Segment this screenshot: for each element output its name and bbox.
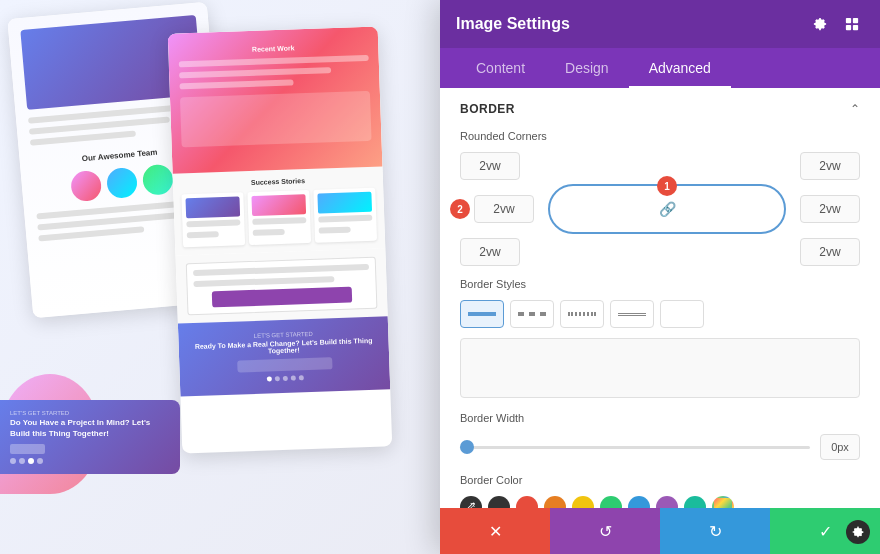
border-section-header[interactable]: Border ⌃	[440, 88, 880, 130]
border-color-container: Border Color	[460, 474, 860, 508]
cancel-button[interactable]: ✕	[440, 508, 550, 554]
settings-icon-btn[interactable]	[808, 12, 832, 36]
corner-middle-row: 2 1 🔗	[460, 184, 860, 234]
tab-design[interactable]: Design	[545, 48, 629, 88]
panel-header-icons	[808, 12, 864, 36]
corner-top-right-input[interactable]: 2vw	[800, 152, 860, 180]
tab-advanced[interactable]: Advanced	[629, 48, 731, 88]
svg-rect-3	[853, 25, 858, 30]
border-styles-label: Border Styles	[460, 278, 860, 290]
corner-bottom-right-input[interactable]: 2vw	[800, 238, 860, 266]
border-section: Border ⌃ Rounded Corners 2vw 2vw	[440, 88, 880, 508]
corner-inputs-container: 2vw 2vw 2 1	[460, 152, 860, 266]
svg-rect-0	[846, 18, 851, 23]
tab-content[interactable]: Content	[456, 48, 545, 88]
corner-right-input[interactable]	[800, 195, 860, 223]
panel-tabs: Content Design Advanced	[440, 48, 880, 88]
panel-title: Image Settings	[456, 15, 570, 33]
border-width-value[interactable]: 0px	[820, 434, 860, 460]
badge-2-container: 2	[460, 195, 534, 223]
corner-top-left-input[interactable]: 2vw	[460, 152, 520, 180]
color-purple[interactable]	[656, 496, 678, 508]
color-black[interactable]	[488, 496, 510, 508]
border-style-dashed[interactable]	[510, 300, 554, 328]
color-green[interactable]	[600, 496, 622, 508]
border-section-chevron[interactable]: ⌃	[850, 102, 860, 116]
border-width-row: 0px	[460, 434, 860, 460]
redo-button[interactable]: ↻	[660, 508, 770, 554]
link-icon[interactable]: 🔗	[659, 201, 676, 217]
border-section-title: Border	[460, 102, 515, 116]
border-width-container: Border Width 0px	[460, 412, 860, 460]
border-section-body: Rounded Corners 2vw 2vw 2	[440, 130, 880, 508]
bg-stories-title: Success Stories	[181, 175, 375, 189]
svg-rect-1	[853, 18, 858, 23]
border-style-double[interactable]	[610, 300, 654, 328]
bg-left-cta: LET'S GET STARTED Do You Have a Project …	[0, 400, 180, 474]
border-width-label: Border Width	[460, 412, 860, 424]
bg-card-2: Recent Work Success Stories	[168, 26, 393, 453]
corner-left-input[interactable]	[474, 195, 534, 223]
reset-button[interactable]: ↺	[550, 508, 660, 554]
border-style-solid[interactable]	[460, 300, 504, 328]
border-color-label: Border Color	[460, 474, 860, 486]
badge-1: 1	[657, 176, 677, 196]
floating-settings-icon[interactable]	[846, 520, 870, 544]
border-styles-row	[460, 300, 860, 328]
color-yellow[interactable]	[572, 496, 594, 508]
badge-2: 2	[450, 199, 470, 219]
layout-icon-btn[interactable]	[840, 12, 864, 36]
color-row	[460, 496, 860, 508]
panel-footer: ✕ ↺ ↻ ✓	[440, 508, 880, 554]
border-width-slider[interactable]	[460, 446, 810, 449]
eyedropper-btn[interactable]	[460, 496, 482, 508]
corner-top-row: 2vw 2vw	[460, 152, 860, 180]
panel-content: Border ⌃ Rounded Corners 2vw 2vw	[440, 88, 880, 508]
border-color-preview	[460, 338, 860, 398]
color-teal[interactable]	[684, 496, 706, 508]
color-blue[interactable]	[628, 496, 650, 508]
corner-preview: 1 🔗	[548, 184, 786, 234]
color-gradient[interactable]	[712, 496, 734, 508]
panel-header: Image Settings	[440, 0, 880, 48]
color-red[interactable]	[516, 496, 538, 508]
color-orange[interactable]	[544, 496, 566, 508]
corner-bottom-row: 2vw 2vw	[460, 238, 860, 266]
svg-rect-2	[846, 25, 851, 30]
rounded-corners-label: Rounded Corners	[460, 130, 860, 142]
image-settings-panel: Image Settings Content Design Advanced	[440, 0, 880, 554]
corner-bottom-left-input[interactable]: 2vw	[460, 238, 520, 266]
border-style-none[interactable]	[660, 300, 704, 328]
border-style-dotted[interactable]	[560, 300, 604, 328]
